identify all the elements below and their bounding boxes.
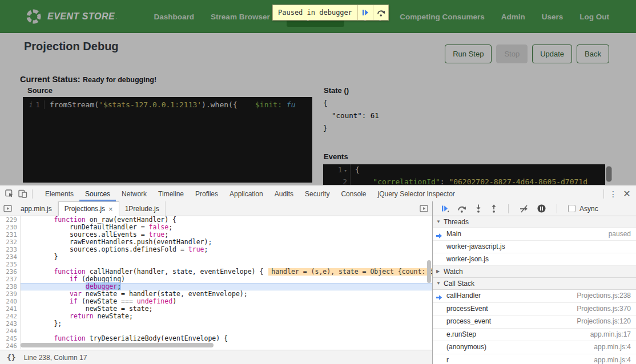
stack-frame-e-runstep[interactable]: app.min.js:17e.runStep <box>433 329 636 342</box>
threads-section-header[interactable]: ▼ Threads <box>433 216 636 228</box>
code-line-234[interactable]: 234 } <box>0 253 432 261</box>
code-line-233[interactable]: 233 sources.options.definesFold = true; <box>0 246 432 253</box>
line-number[interactable]: 240 <box>0 298 21 305</box>
inspect-cursor-icon <box>5 189 14 198</box>
tab-timeline[interactable]: Timeline <box>152 186 190 201</box>
thread-name: Main <box>446 230 461 238</box>
toggle-preview-button[interactable] <box>416 205 431 212</box>
stack-frame-process-event[interactable]: Projections.js:120process_event <box>433 316 636 329</box>
code-token: newState; <box>94 312 133 320</box>
inspect-element-button[interactable] <box>2 187 16 201</box>
frame-function-name: processEvent <box>446 305 488 313</box>
tab-console[interactable]: Console <box>335 186 372 201</box>
line-number[interactable]: 239 <box>0 290 21 298</box>
stack-frame--anonymous-[interactable]: app.min.js:4(anonymous) <box>433 341 636 354</box>
line-number[interactable]: 237 <box>0 276 21 283</box>
step-over-button[interactable] <box>457 205 466 213</box>
async-checkbox[interactable] <box>568 205 575 212</box>
file-tab-projections.js[interactable]: Projections.js× <box>58 201 119 216</box>
step-into-button[interactable] <box>475 204 482 213</box>
code-token: var <box>70 290 82 298</box>
resume-script-button[interactable] <box>441 205 449 212</box>
device-toolbar-button[interactable] <box>16 187 30 201</box>
deactivate-breakpoints-icon <box>520 205 529 213</box>
thread-row-worker-json-js[interactable]: worker-json.js <box>433 253 636 266</box>
code-text: function tryDeserializeBody(eventEnvelop… <box>21 335 432 342</box>
code-token: ; <box>168 223 172 231</box>
line-number[interactable]: 229 <box>0 216 21 224</box>
file-tab-1prelude.js[interactable]: 1Prelude.js <box>119 201 166 216</box>
tab-network[interactable]: Network <box>116 186 152 201</box>
toolbar-separator <box>32 189 33 199</box>
tab-jquery-selector-inspector[interactable]: jQuery Selector Inspector <box>372 186 460 201</box>
file-tab-app.min.js[interactable]: app.min.js <box>15 201 58 216</box>
overlay-step-over-button[interactable] <box>373 5 388 20</box>
pause-on-exceptions-button[interactable] <box>537 204 546 213</box>
show-navigator-icon <box>3 205 12 212</box>
code-token: callHandler(handler, state, eventEnvelop… <box>86 268 264 276</box>
close-devtools-button[interactable]: ✕ <box>620 187 634 201</box>
line-number[interactable]: 243 <box>0 320 21 327</box>
tab-audits[interactable]: Audits <box>269 186 299 201</box>
frame-function-name: callHandler <box>446 292 481 300</box>
deactivate-breakpoints-button[interactable] <box>520 205 529 213</box>
screen: EVENT STORE. DashboardStream BrowserProj… <box>0 0 636 364</box>
line-number[interactable]: 234 <box>0 253 21 261</box>
code-token: function <box>54 334 85 342</box>
frame-function-name: process_event <box>446 317 491 325</box>
close-tab-icon[interactable]: × <box>108 205 113 213</box>
frame-location: Projections.js:120 <box>577 316 636 328</box>
code-line-242[interactable]: 242 return newState; <box>0 313 432 320</box>
line-number[interactable]: 231 <box>0 231 21 238</box>
stack-frame-processevent[interactable]: Projections.js:370processEvent <box>433 303 636 316</box>
line-number[interactable]: 238 <box>0 283 21 290</box>
line-number[interactable]: 233 <box>0 246 21 253</box>
line-number[interactable]: 245 <box>0 335 21 342</box>
line-number[interactable]: 236 <box>0 268 21 276</box>
pretty-print-button[interactable]: {} <box>7 353 16 362</box>
file-tab-label: app.min.js <box>21 205 52 213</box>
code-token: true <box>188 245 204 253</box>
line-number[interactable]: 232 <box>0 238 21 246</box>
thread-name: worker-javascript.js <box>446 242 505 250</box>
code-token: false <box>149 223 169 231</box>
thread-status: paused <box>609 228 636 240</box>
overflow-menu-button[interactable]: ⋮ <box>606 187 620 201</box>
tab-application[interactable]: Application <box>224 186 269 201</box>
line-number[interactable]: 246 <box>0 342 21 349</box>
call-stack-section-header[interactable]: ▼ Call Stack <box>433 278 636 290</box>
thread-row-main[interactable]: pausedMain <box>433 228 636 241</box>
kebab-icon: ⋮ <box>609 191 617 197</box>
line-number[interactable]: 230 <box>0 224 21 231</box>
line-number[interactable]: 235 <box>0 261 21 268</box>
code-token: newState = state; <box>22 305 152 313</box>
stack-frame-callhandler[interactable]: Projections.js:238callHandler <box>433 290 636 303</box>
step-out-button[interactable] <box>490 204 497 213</box>
editor-vertical-scrollbar[interactable] <box>427 260 431 283</box>
call-stack-list: Projections.js:238callHandlerProjections… <box>433 290 636 364</box>
frame-location: app.min.js:4 <box>594 354 636 364</box>
stack-frame-r[interactable]: app.min.js:4r <box>433 354 636 364</box>
code-line-245[interactable]: 245 function tryDeserializeBody(eventEnv… <box>0 335 432 342</box>
thread-row-worker-javascript-js[interactable]: worker-javascript.js <box>433 241 636 253</box>
code-token <box>22 312 70 320</box>
frame-location: app.min.js:17 <box>590 329 636 341</box>
code-token <box>22 268 54 276</box>
line-number[interactable]: 242 <box>0 313 21 320</box>
pause-on-exceptions-icon <box>537 204 546 213</box>
tab-security[interactable]: Security <box>299 186 335 201</box>
watch-section-header[interactable]: ▶ Watch <box>433 266 636 278</box>
code-editor[interactable]: 229 function on_raw(eventHandler) {230 r… <box>0 216 432 349</box>
tab-elements[interactable]: Elements <box>39 186 79 201</box>
toggle-navigator-button[interactable] <box>0 201 15 216</box>
tab-profiles[interactable]: Profiles <box>190 186 224 201</box>
line-number[interactable]: 241 <box>0 305 21 313</box>
line-number[interactable]: 244 <box>0 327 21 335</box>
overlay-resume-button[interactable] <box>357 5 373 20</box>
threads-list: pausedMainworker-javascript.jsworker-jso… <box>433 228 636 266</box>
code-line-243[interactable]: 243 }; <box>0 320 432 327</box>
tab-sources[interactable]: Sources <box>79 186 116 201</box>
code-token: sources.allEvents = <box>22 230 149 238</box>
async-label: Async <box>579 205 598 213</box>
editor-horizontal-scrollbar[interactable] <box>21 343 214 347</box>
